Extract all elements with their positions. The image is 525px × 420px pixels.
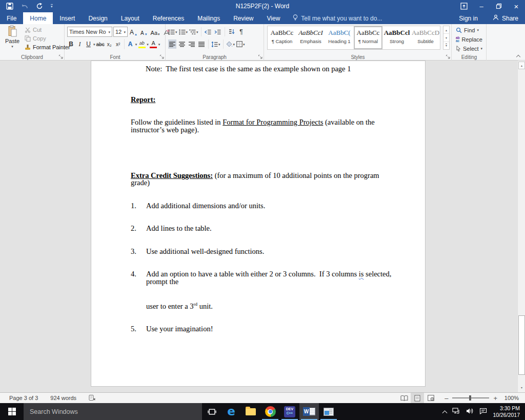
- style-strong[interactable]: AaBbCclStrong: [382, 26, 411, 49]
- increase-indent-button[interactable]: [214, 27, 222, 36]
- subscript-button[interactable]: x₂: [106, 39, 113, 49]
- word-count[interactable]: 924 words: [50, 395, 76, 401]
- tab-view[interactable]: View: [260, 12, 287, 24]
- borders-button[interactable]: ▾: [236, 39, 245, 49]
- styles-more-icon[interactable]: ▾: [443, 42, 449, 49]
- clipboard-dialog-launcher[interactable]: [58, 54, 64, 59]
- replace-button[interactable]: abac Replace: [452, 35, 482, 44]
- italic-button[interactable]: I: [76, 39, 84, 49]
- text-effects-caret-icon[interactable]: ▾: [135, 43, 137, 46]
- line-spacing-button[interactable]: ▾: [211, 39, 220, 49]
- task-view-button[interactable]: [202, 403, 221, 420]
- print-layout-button[interactable]: [411, 393, 424, 403]
- style-subtitle[interactable]: AaBbCcDSubtitle: [411, 26, 440, 49]
- find-button[interactable]: Find▾: [452, 26, 482, 34]
- taskbar-edge[interactable]: e: [221, 403, 241, 420]
- start-button[interactable]: [0, 403, 24, 420]
- sort-button[interactable]: [228, 27, 236, 36]
- taskbar-dev-cpp[interactable]: DEVC++: [280, 403, 299, 420]
- tab-file[interactable]: File: [0, 12, 23, 24]
- strikethrough-button[interactable]: abc: [96, 39, 105, 49]
- superscript-button[interactable]: x²: [114, 39, 122, 49]
- underline-caret-icon[interactable]: ▾: [93, 43, 95, 46]
- volume-icon[interactable]: [466, 408, 474, 415]
- copy-button[interactable]: Copy: [25, 35, 70, 42]
- highlight-color-button[interactable]: ab: [138, 39, 146, 49]
- underline-button[interactable]: U: [85, 39, 92, 49]
- action-center-icon[interactable]: [479, 408, 487, 415]
- taskbar-chrome[interactable]: [260, 403, 280, 420]
- font-color-button[interactable]: A: [150, 39, 157, 49]
- vertical-scrollbar[interactable]: ▴ ▾: [517, 61, 525, 392]
- tab-layout[interactable]: Layout: [114, 12, 146, 24]
- cut-button[interactable]: Cut: [25, 26, 70, 33]
- style-heading1[interactable]: AaBbC(Heading 1: [325, 26, 354, 49]
- taskbar-search[interactable]: [24, 403, 202, 420]
- style-normal[interactable]: AaBbCc¶ Normal: [354, 26, 382, 49]
- tab-mailings[interactable]: Mailings: [191, 12, 227, 24]
- proofing-errors-icon[interactable]: [89, 394, 96, 402]
- font-name-combo[interactable]: Times New Ro ▾: [67, 27, 112, 37]
- styles-scroll-down-icon[interactable]: ▾: [443, 33, 449, 41]
- tab-home[interactable]: Home: [23, 12, 53, 24]
- zoom-slider-thumb[interactable]: [469, 395, 471, 401]
- tab-references[interactable]: References: [146, 12, 191, 24]
- styles-dialog-launcher[interactable]: [446, 54, 451, 59]
- zoom-level[interactable]: 100%: [501, 395, 519, 401]
- taskbar-app-window[interactable]: [319, 403, 338, 420]
- select-button[interactable]: Select▾: [452, 44, 482, 53]
- style-emphasis[interactable]: AaBbCcIEmphasis: [296, 26, 325, 49]
- bullets-button[interactable]: ▾: [168, 27, 177, 36]
- zoom-in-button[interactable]: +: [493, 394, 497, 402]
- align-right-button[interactable]: [188, 39, 196, 49]
- show-hidden-icons-chevron[interactable]: [442, 410, 448, 415]
- font-dialog-launcher[interactable]: [159, 54, 165, 59]
- save-icon[interactable]: [6, 3, 13, 10]
- highlight-caret-icon[interactable]: ▾: [147, 43, 149, 46]
- decrease-indent-button[interactable]: [204, 27, 212, 36]
- grow-font-button[interactable]: A▲: [129, 27, 138, 37]
- customize-qat-icon[interactable]: ▾: [51, 4, 53, 8]
- zoom-out-button[interactable]: –: [445, 394, 448, 402]
- document-page[interactable]: Note: The first test case is the same as…: [91, 61, 426, 387]
- format-painter-button[interactable]: Format Painter: [25, 44, 70, 51]
- search-input[interactable]: [24, 408, 202, 415]
- tab-review[interactable]: Review: [227, 12, 260, 24]
- taskbar-word[interactable]: W: [299, 403, 319, 420]
- shading-button[interactable]: ▾: [226, 39, 235, 49]
- justify-button[interactable]: [197, 39, 206, 49]
- taskbar-file-explorer[interactable]: [241, 403, 260, 420]
- font-size-combo[interactable]: 12 ▾: [113, 27, 128, 37]
- read-mode-button[interactable]: [397, 393, 411, 403]
- paste-button[interactable]: Paste ▾: [2, 25, 23, 48]
- multilevel-list-button[interactable]: ▾: [189, 27, 198, 36]
- change-case-button[interactable]: Aa▾: [150, 27, 161, 37]
- taskbar-clock[interactable]: 3:30 PM 10/26/2017: [493, 405, 520, 418]
- share-button[interactable]: Share: [486, 12, 525, 24]
- ribbon-display-options-icon[interactable]: [455, 0, 473, 12]
- numbering-button[interactable]: ▾: [179, 27, 188, 36]
- align-left-button[interactable]: [168, 39, 176, 49]
- tab-insert[interactable]: Insert: [53, 12, 82, 24]
- web-layout-button[interactable]: [424, 393, 437, 403]
- tab-design[interactable]: Design: [82, 12, 114, 24]
- close-button[interactable]: ×: [508, 0, 525, 12]
- scrollbar-thumb[interactable]: [518, 315, 525, 375]
- font-color-caret-icon[interactable]: ▾: [158, 43, 160, 46]
- tell-me-box[interactable]: Tell me what you want to do...: [287, 12, 388, 24]
- scroll-down-icon[interactable]: ▾: [518, 384, 525, 391]
- align-center-button[interactable]: [178, 39, 186, 49]
- page-indicator[interactable]: Page 3 of 3: [9, 395, 38, 401]
- text-effects-button[interactable]: A: [127, 39, 134, 49]
- restore-button[interactable]: [490, 0, 508, 12]
- zoom-slider[interactable]: [452, 397, 489, 398]
- undo-icon[interactable]: [21, 3, 28, 9]
- network-icon[interactable]: [452, 408, 460, 415]
- redo-icon[interactable]: [36, 3, 43, 10]
- paragraph-dialog-launcher[interactable]: [258, 54, 263, 59]
- style-caption[interactable]: AaBbCc¶ Caption: [268, 26, 296, 49]
- styles-scroll-up-icon[interactable]: ▴: [443, 26, 449, 33]
- shrink-font-button[interactable]: A▼: [139, 27, 149, 37]
- scroll-up-icon[interactable]: ▴: [518, 62, 525, 69]
- minimize-button[interactable]: –: [473, 0, 490, 12]
